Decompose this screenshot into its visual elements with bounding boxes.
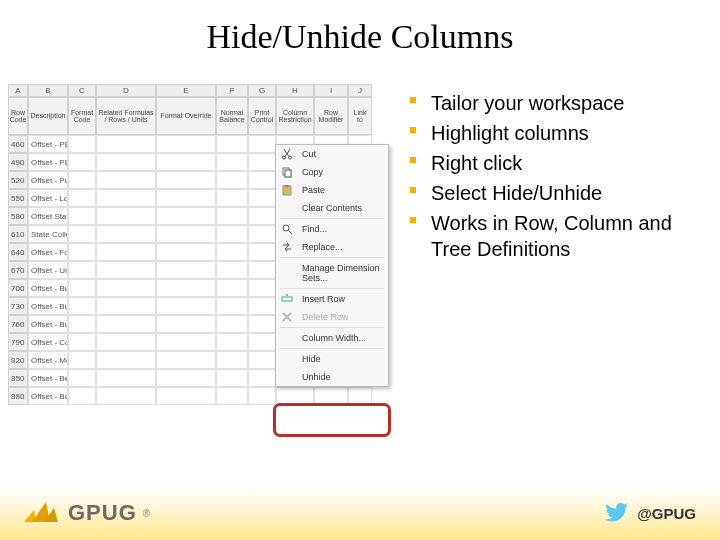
table-cell[interactable]: Offset - Pu.. [28,171,68,189]
table-cell[interactable]: 730 [8,297,28,315]
menu-item-paste[interactable]: Paste [276,181,388,199]
table-cell[interactable] [248,171,276,189]
table-cell[interactable] [96,207,156,225]
table-cell[interactable] [68,261,96,279]
table-cell[interactable]: State Colle.. [28,225,68,243]
table-cell[interactable] [156,135,216,153]
table-cell[interactable] [96,261,156,279]
menu-item-copy[interactable]: Copy [276,163,388,181]
table-cell[interactable] [216,387,248,405]
column-letter[interactable]: G [248,84,276,97]
column-letter[interactable]: H [276,84,314,97]
table-cell[interactable]: 460 [8,135,28,153]
table-cell[interactable] [68,315,96,333]
menu-item-hide[interactable]: Hide [276,350,388,368]
table-cell[interactable]: 670 [8,261,28,279]
menu-item-column-width[interactable]: Column Width... [276,329,388,347]
table-cell[interactable] [156,243,216,261]
column-header[interactable]: Format Override [156,97,216,135]
table-cell[interactable] [248,243,276,261]
column-header[interactable]: Row Code [8,97,28,135]
column-header[interactable]: Normal Balance [216,97,248,135]
table-cell[interactable]: Offset - Loc.. [28,189,68,207]
table-cell[interactable] [216,225,248,243]
column-letter[interactable]: B [28,84,68,97]
table-cell[interactable] [68,207,96,225]
table-cell[interactable] [96,225,156,243]
table-cell[interactable] [96,315,156,333]
table-cell[interactable]: 520 [8,171,28,189]
table-cell[interactable]: Offset - Bu.. [28,315,68,333]
table-cell[interactable] [248,207,276,225]
table-cell[interactable] [216,261,248,279]
table-cell[interactable]: 580 [8,207,28,225]
table-cell[interactable] [96,369,156,387]
table-cell[interactable] [96,279,156,297]
table-cell[interactable] [156,387,216,405]
table-cell[interactable] [156,225,216,243]
table-cell[interactable] [248,279,276,297]
table-cell[interactable] [248,369,276,387]
menu-item-unhide[interactable]: Unhide [276,368,388,386]
table-cell[interactable] [96,351,156,369]
table-cell[interactable] [156,351,216,369]
table-cell[interactable]: Offset - PB.. [28,135,68,153]
column-header[interactable]: Related Formulas / Rows / Units [96,97,156,135]
table-cell[interactable] [156,171,216,189]
table-cell[interactable] [248,297,276,315]
table-cell[interactable] [96,171,156,189]
table-cell[interactable] [156,261,216,279]
table-cell[interactable]: 700 [8,279,28,297]
table-cell[interactable] [68,171,96,189]
column-header[interactable]: Print Control [248,97,276,135]
table-cell[interactable]: Offset - PB.. [28,153,68,171]
table-cell[interactable] [248,153,276,171]
table-cell[interactable]: Offset - Uni.. [28,261,68,279]
table-cell[interactable] [96,333,156,351]
table-cell[interactable] [216,279,248,297]
table-cell[interactable] [216,207,248,225]
table-cell[interactable] [216,243,248,261]
column-letter[interactable]: A [8,84,28,97]
column-header[interactable]: Format Code [68,97,96,135]
table-cell[interactable]: Offset - Fou.. [28,243,68,261]
column-letter[interactable]: E [156,84,216,97]
menu-item-replace[interactable]: Replace... [276,238,388,256]
table-cell[interactable]: 880 [8,387,28,405]
table-cell[interactable] [68,297,96,315]
table-cell[interactable] [216,351,248,369]
menu-item-find[interactable]: Find... [276,220,388,238]
table-cell[interactable]: Offset - Be.. [28,369,68,387]
column-letter[interactable]: J [348,84,372,97]
table-cell[interactable] [96,387,156,405]
table-cell[interactable]: 610 [8,225,28,243]
table-cell[interactable] [96,189,156,207]
column-header[interactable]: Column Restriction [276,97,314,135]
column-letter[interactable]: C [68,84,96,97]
table-cell[interactable]: Offset - Co.. [28,333,68,351]
column-header[interactable]: Link to [348,97,372,135]
table-cell[interactable]: 820 [8,351,28,369]
table-cell[interactable] [156,315,216,333]
table-cell[interactable]: Offset - Bu.. [28,297,68,315]
column-header[interactable]: Description [28,97,68,135]
table-cell[interactable] [248,189,276,207]
table-cell[interactable] [216,297,248,315]
table-cell[interactable]: 640 [8,243,28,261]
table-cell[interactable] [156,153,216,171]
table-cell[interactable] [156,189,216,207]
table-cell[interactable]: 790 [8,333,28,351]
table-cell[interactable] [96,297,156,315]
table-cell[interactable] [156,333,216,351]
table-cell[interactable] [96,243,156,261]
table-cell[interactable] [96,135,156,153]
table-cell[interactable]: Offset - Bo.. [28,387,68,405]
table-cell[interactable] [216,171,248,189]
table-cell[interactable] [68,243,96,261]
table-cell[interactable] [68,351,96,369]
table-cell[interactable] [248,387,276,405]
table-cell[interactable] [68,333,96,351]
table-cell[interactable]: 490 [8,153,28,171]
table-cell[interactable]: 760 [8,315,28,333]
table-cell[interactable] [68,279,96,297]
